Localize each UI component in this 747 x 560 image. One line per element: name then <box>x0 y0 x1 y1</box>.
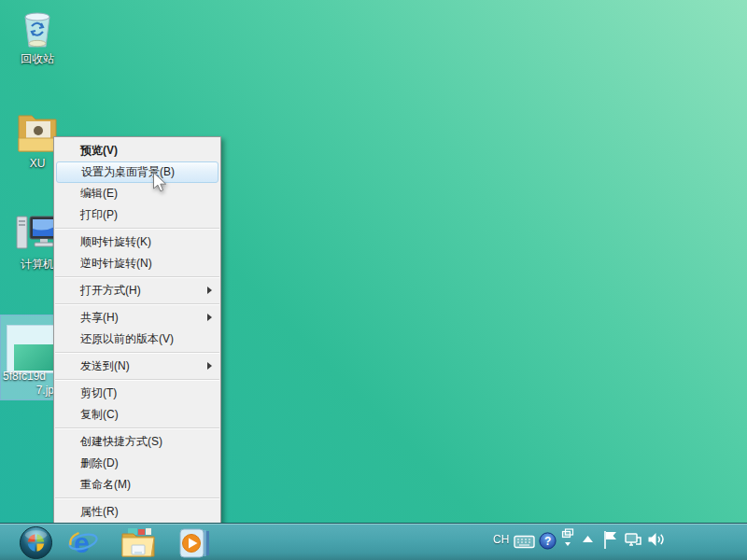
filename-line2: 7.jp <box>1 384 61 398</box>
menu-item-label: 发送到(N) <box>80 359 130 372</box>
menu-item-label: 剪切(T) <box>80 386 117 399</box>
network-icon[interactable] <box>624 532 643 549</box>
windows-explorer-icon[interactable] <box>120 527 157 558</box>
menu-item-properties[interactable]: 属性(R) <box>54 501 220 523</box>
menu-item-label: 预览(V) <box>80 144 118 157</box>
internet-explorer-icon[interactable]: e <box>67 527 99 559</box>
help-icon[interactable]: ? <box>539 532 557 550</box>
menu-separator <box>55 497 219 498</box>
keyboard-icon[interactable] <box>514 535 535 550</box>
menu-item-rename[interactable]: 重命名(M) <box>54 474 220 496</box>
menu-separator <box>55 228 219 229</box>
menu-item-label: 属性(R) <box>80 505 119 518</box>
menu-item-label: 打开方式(H) <box>80 284 141 297</box>
filename-line1: 5f8fc19d <box>1 370 61 384</box>
svg-text:e: e <box>74 527 90 558</box>
windows-media-player-icon[interactable] <box>179 527 211 559</box>
desktop-background[interactable]: 回收站 XU 计算机 5f8fc19d 7.jp <box>0 0 747 560</box>
menu-item-label: 共享(H) <box>80 311 119 324</box>
menu-item-create-shortcut[interactable]: 创建快捷方式(S) <box>54 431 220 453</box>
menu-item-send-to[interactable]: 发送到(N) <box>54 356 220 377</box>
menu-item-label: 编辑(E) <box>80 187 118 200</box>
menu-item-open-with[interactable]: 打开方式(H) <box>54 280 220 301</box>
menu-item-label: 逆时针旋转(N) <box>80 257 152 270</box>
menu-item-label: 复制(C) <box>80 408 119 421</box>
menu-item-rotate-counterclockwise[interactable]: 逆时针旋转(N) <box>54 253 220 274</box>
mouse-cursor <box>152 172 168 194</box>
taskbar: e CH ? <box>0 523 747 560</box>
menu-item-set-as-desktop-background[interactable]: 设置为桌面背景(B) <box>56 161 218 183</box>
submenu-arrow-icon <box>207 287 212 294</box>
submenu-arrow-icon <box>207 362 212 370</box>
menu-item-label: 顺时针旋转(K) <box>80 235 151 248</box>
menu-separator <box>55 352 219 353</box>
menu-item-label: 删除(D) <box>80 456 119 469</box>
photo-image-area <box>14 344 57 371</box>
menu-item-print[interactable]: 打印(P) <box>54 204 220 226</box>
menu-separator <box>55 303 219 304</box>
menu-item-label: 重命名(M) <box>80 478 131 491</box>
menu-item-label: 还原以前的版本(V) <box>80 332 174 345</box>
icon-label: 回收站 <box>2 52 73 65</box>
desktop-icon-recycle-bin[interactable]: 回收站 <box>2 7 73 65</box>
submenu-arrow-icon <box>207 314 212 321</box>
menu-item-edit[interactable]: 编辑(E) <box>54 183 220 204</box>
start-button[interactable] <box>19 525 53 560</box>
menu-separator <box>55 427 219 428</box>
menu-item-delete[interactable]: 删除(D) <box>54 453 220 474</box>
show-hidden-icons-icon[interactable] <box>582 535 594 543</box>
language-bar-icon[interactable] <box>561 528 574 549</box>
menu-item-restore-previous-versions[interactable]: 还原以前的版本(V) <box>54 329 220 350</box>
menu-item-label: 创建快捷方式(S) <box>80 435 162 448</box>
action-center-flag-icon[interactable] <box>602 530 618 550</box>
menu-item-label: 打印(P) <box>80 208 118 221</box>
menu-item-rotate-clockwise[interactable]: 顺时针旋转(K) <box>54 231 220 253</box>
menu-separator <box>55 276 219 277</box>
svg-text:?: ? <box>544 535 551 548</box>
language-indicator[interactable]: CH <box>493 533 509 546</box>
menu-separator <box>55 379 219 380</box>
volume-icon[interactable] <box>647 532 665 547</box>
menu-item-share[interactable]: 共享(H) <box>54 307 220 329</box>
menu-item-copy[interactable]: 复制(C) <box>54 404 220 426</box>
recycle-bin-icon <box>17 7 58 50</box>
menu-item-preview[interactable]: 预览(V) <box>54 140 220 161</box>
photo-thumbnail <box>7 325 57 373</box>
context-menu: 预览(V)设置为桌面背景(B)编辑(E)打印(P)顺时针旋转(K)逆时针旋转(N… <box>53 136 221 526</box>
menu-item-cut[interactable]: 剪切(T) <box>54 383 220 404</box>
